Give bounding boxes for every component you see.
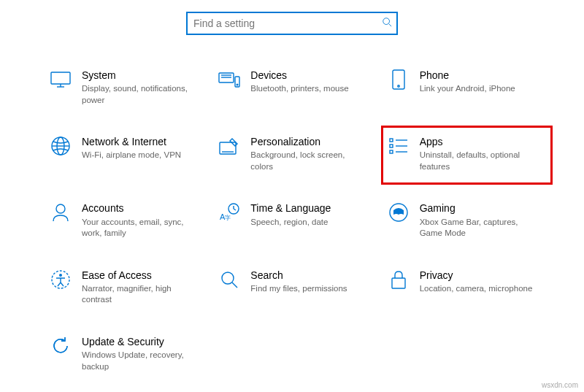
search-box[interactable] [186,12,398,35]
tile-desc: Bluetooth, printers, mouse [250,83,367,95]
tile-devices[interactable]: Devices Bluetooth, printers, mouse [217,64,378,110]
tile-desc: Xbox Game Bar, captures, Game Mode [420,217,537,239]
svg-rect-19 [390,150,393,153]
phone-icon [388,69,410,91]
tile-search[interactable]: Search Find my files, permissions [217,264,378,310]
svg-rect-2 [51,72,70,84]
paint-icon [218,135,240,157]
system-icon [50,69,72,91]
tile-desc: Uninstall, defaults, optional features [420,150,537,172]
tile-desc: Background, lock screen, colors [250,150,367,172]
svg-point-23 [56,204,65,213]
svg-line-33 [232,283,237,288]
svg-line-1 [389,24,392,27]
tile-apps[interactable]: Apps Uninstall, defaults, optional featu… [381,126,553,185]
time-language-icon: A字 [218,201,240,223]
svg-point-0 [383,18,390,25]
tile-desc: Windows Update, recovery, backup [82,350,199,372]
devices-icon [218,69,240,91]
tile-phone[interactable]: Phone Link your Android, iPhone [386,64,548,110]
tile-title: Time & Language [250,201,377,215]
tile-network[interactable]: Network & Internet Wi-Fi, airplane mode,… [48,131,210,177]
tile-title: Network & Internet [82,135,208,148]
tile-title: Apps [420,135,546,148]
settings-grid: System Display, sound, notifications, po… [0,50,584,377]
svg-rect-10 [393,70,404,89]
watermark: wsxdn.com [542,381,578,389]
gaming-icon [388,201,410,223]
svg-point-32 [222,272,234,284]
tile-title: Devices [250,69,377,82]
globe-icon [50,135,72,157]
tile-title: Personalization [250,135,377,148]
tile-title: Update & Security [82,335,208,348]
search-container [0,0,584,50]
tile-gaming[interactable]: Gaming Xbox Game Bar, captures, Game Mod… [386,197,548,243]
tile-title: Ease of Access [82,269,208,282]
tile-desc: Find my files, permissions [250,283,367,295]
svg-text:字: 字 [225,215,231,221]
tile-desc: Wi-Fi, airplane mode, VPN [82,150,199,161]
lock-icon [388,269,410,291]
svg-line-26 [234,209,236,210]
tile-time-language[interactable]: A字 Time & Language Speech, region, date [217,197,378,243]
ease-of-access-icon [50,269,72,291]
person-icon [50,201,72,223]
tile-privacy[interactable]: Privacy Location, camera, microphone [386,264,548,310]
update-icon [50,335,72,357]
svg-rect-17 [390,139,393,142]
tile-title: Privacy [420,269,546,282]
tile-ease-of-access[interactable]: Ease of Access Narrator, magnifier, high… [48,264,210,310]
tile-title: Accounts [82,201,208,215]
tile-desc: Your accounts, email, sync, work, family [82,217,199,239]
tile-personalization[interactable]: Personalization Background, lock screen,… [217,131,378,177]
tile-title: Gaming [420,201,546,215]
search-icon [382,17,392,30]
tile-title: System [82,69,208,82]
tile-title: Search [250,269,377,282]
apps-icon [388,135,410,157]
svg-point-9 [237,84,239,85]
tile-system[interactable]: System Display, sound, notifications, po… [48,64,210,110]
magnifier-icon [218,269,240,291]
search-input[interactable] [193,18,382,29]
tile-accounts[interactable]: Accounts Your accounts, email, sync, wor… [48,197,210,243]
svg-point-11 [397,85,399,87]
tile-desc: Speech, region, date [250,217,367,228]
svg-rect-18 [390,145,393,147]
tile-desc: Narrator, magnifier, high contrast [82,283,199,306]
tile-desc: Location, camera, microphone [420,283,537,295]
tile-title: Phone [420,69,546,82]
tile-desc: Link your Android, iPhone [420,83,537,95]
svg-rect-34 [392,278,405,288]
tile-desc: Display, sound, notifications, power [82,83,199,106]
tile-update-security[interactable]: Update & Security Windows Update, recove… [48,331,210,377]
svg-point-31 [59,274,62,277]
